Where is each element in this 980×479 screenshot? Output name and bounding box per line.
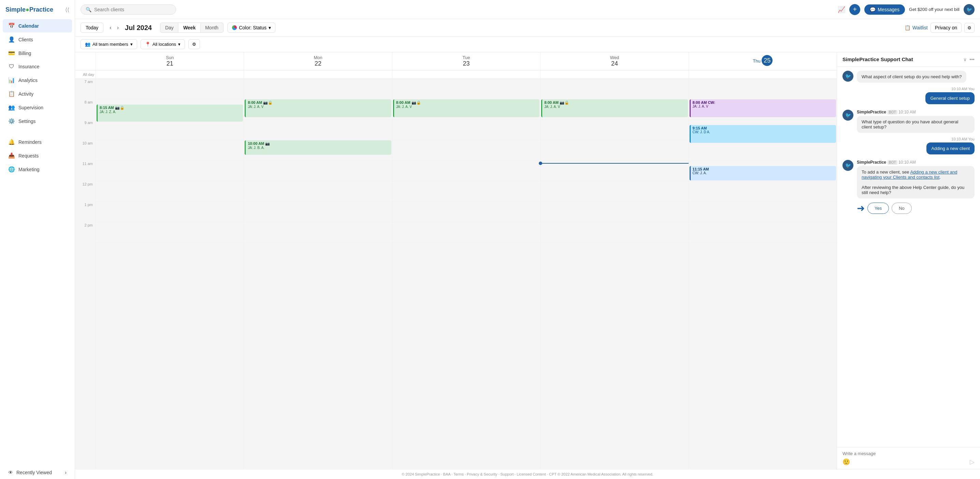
sidebar-item-label: Reminders [18,139,41,145]
calendar-settings-button[interactable]: ⚙ [964,23,975,33]
sidebar-collapse-button[interactable]: ⟨⟨ [65,6,69,13]
supervision-icon: 👥 [8,104,15,111]
event-name: JA: J. A. V [544,105,686,109]
hour-10am-sun [96,141,243,161]
event-mon-2[interactable]: 10:00 AM 📷 JA: J. B. A. [245,141,391,155]
view-switcher: Day Week Month [160,22,223,33]
team-filter-button[interactable]: 👥 All team members ▾ [81,39,137,49]
day-col-mon[interactable]: 8:00 AM 📷🔒 JA: J. A. V 10:00 AM 📷 JA: J.… [243,79,392,469]
allday-cell-thu [689,70,837,78]
event-name: JA: J. A. V [693,105,834,108]
sidebar-item-settings[interactable]: ⚙️ Settings [3,115,72,128]
main-content: 🔍 📈 + 💬 Messages Get $200 off your next … [75,0,980,479]
sidebar-item-marketing[interactable]: 🌐 Marketing [3,163,72,176]
today-button[interactable]: Today [81,22,103,33]
next-button[interactable]: › [115,23,121,32]
time-label: 10 am [75,141,95,161]
sidebar-item-billing[interactable]: 💳 Billing [3,46,72,60]
sidebar-item-label: Clients [18,37,33,42]
nav-arrows: ‹ › [108,23,121,32]
page-footer: © 2024 SimplePractice · BAA · Terms · Pr… [75,469,980,479]
add-button[interactable]: + [849,4,860,15]
time-line [542,163,688,164]
privacy-button[interactable]: Privacy on [931,22,962,33]
emoji-icon[interactable]: 🙂 [843,458,850,466]
event-thu-3[interactable]: 11:15 AM CW: J. A. [690,166,836,180]
event-thu-1[interactable]: 8:00 AM CW: JA: J. A. V [690,99,836,117]
search-box[interactable]: 🔍 [81,5,176,15]
user-msg-bubble: General client setup [925,92,975,104]
allday-row: All day [75,70,837,79]
sidebar-item-requests[interactable]: 📥 Requests [3,149,72,162]
chat-message-bot-1: 🐦 What aspect of client setup do you nee… [843,71,975,83]
month-view-button[interactable]: Month [200,23,223,32]
bot-avatar-2: 🐦 [843,110,853,121]
settings-icon: ⚙️ [8,118,15,125]
msg-bubble-2: What type of question do you have about … [857,116,975,133]
event-time: 8:00 AM CW: [693,101,834,105]
filter-options-button[interactable]: ⚙ [188,39,200,49]
clients-icon: 👤 [8,36,15,43]
day-name: Thu [753,58,760,64]
msg-content: What aspect of client setup do you need … [857,71,975,83]
sidebar-item-analytics[interactable]: 📊 Analytics [3,73,72,87]
search-input[interactable] [94,7,171,12]
sidebar-item-supervision[interactable]: 👥 Supervision [3,101,72,114]
minimize-icon[interactable]: ∨ [963,57,967,62]
hour-7am-sun [96,79,243,99]
event-tue-1[interactable]: 8:00 AM 📷🔒 JA: J. A. V [393,99,539,117]
yes-button[interactable]: Yes [867,203,889,214]
week-view-button[interactable]: Week [178,23,200,32]
day-col-sun[interactable]: 8:15 AM 📷🔒 JA: J. Z. A. [95,79,243,469]
event-time: 9:15 AM [693,126,834,130]
day-col-wed[interactable]: 8:00 AM 📷🔒 JA: J. A. V [540,79,688,469]
event-sun-1[interactable]: 8:15 AM 📷🔒 JA: J. Z. A. [97,105,243,121]
chat-input[interactable] [843,451,975,456]
allday-cell-wed [540,70,688,78]
msg-timestamp: 10:10 AM You [843,87,975,91]
sliders-icon: ⚙ [192,42,196,47]
chat-title: SimplePractice Support Chat [843,56,913,62]
event-thu-2[interactable]: 9:15 AM CW: J. D A. [690,125,836,143]
sidebar-item-reminders[interactable]: 🔔 Reminders [3,135,72,148]
recently-viewed-icon: 👁 [8,470,13,475]
sidebar-item-label: Analytics [18,78,38,83]
sidebar: Simple●Practice ⟨⟨ 📅 Calendar 👤 Clients … [0,0,75,479]
send-button[interactable]: ▷ [970,458,975,466]
location-filter-button[interactable]: 📍 All locations ▾ [141,39,185,49]
search-icon: 🔍 [86,7,91,12]
day-name: Wed [610,55,619,60]
event-mon-1[interactable]: 8:00 AM 📷🔒 JA: J. A. V [245,99,391,117]
sidebar-item-insurance[interactable]: 🛡 Insurance [3,60,72,73]
sidebar-item-calendar[interactable]: 📅 Calendar [3,19,72,32]
event-time: 8:00 AM 📷🔒 [248,101,389,105]
day-col-tue[interactable]: 8:00 AM 📷🔒 JA: J. A. V [392,79,540,469]
recently-viewed-item[interactable]: 👁 Recently Viewed › [3,466,72,479]
event-name: JA: J. A. V [396,105,538,109]
chat-header-actions: ∨ ••• [963,57,975,62]
sidebar-item-clients[interactable]: 👤 Clients [3,33,72,46]
more-options-icon[interactable]: ••• [969,57,975,62]
footer-text: © 2024 SimplePractice · BAA · Terms · Pr… [402,472,653,476]
marketing-icon: 🌐 [8,166,15,172]
bot-avatar: 🐦 [843,71,853,81]
day-col-thu[interactable]: 8:00 AM CW: JA: J. A. V 9:15 AM CW: J. D… [689,79,837,469]
prev-button[interactable]: ‹ [108,23,113,32]
sidebar-item-activity[interactable]: 📋 Activity [3,87,72,101]
chat-message-bot-3: 🐦 SimplePracticeBOT 10:10 AM To add a ne… [843,160,975,198]
help-link[interactable]: Adding a new client and navigating your … [862,169,957,180]
toolbar-right: 📋 Waitlist Privacy on ⚙ [905,22,975,33]
day-view-button[interactable]: Day [161,23,178,32]
hour-11am-sun [96,161,243,181]
messages-button[interactable]: 💬 Messages [864,5,905,15]
time-label: 1 pm [75,202,95,222]
event-wed-1[interactable]: 8:00 AM 📷🔒 JA: J. A. V [541,99,687,117]
sidebar-item-label: Marketing [18,167,39,172]
no-button[interactable]: No [892,203,912,214]
waitlist-button[interactable]: 📋 Waitlist [905,25,928,30]
color-filter-button[interactable]: Color: Status ▾ [228,22,275,33]
chevron-right-icon: › [65,470,67,475]
time-labels: 7 am 8 am 9 am 10 am 11 am 12 pm 1 pm 2 … [75,79,95,469]
color-label: Color: Status [239,25,267,30]
time-label: 8 am [75,99,95,120]
